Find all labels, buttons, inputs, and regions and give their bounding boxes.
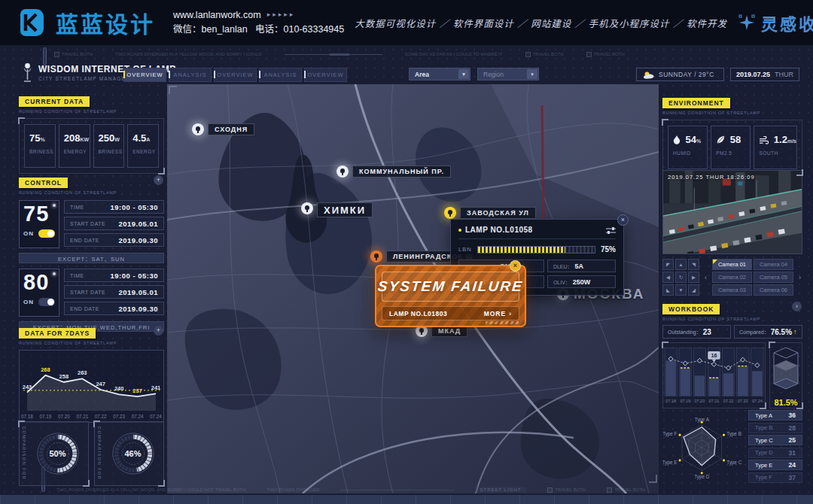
panel-environment: ENVIRONMENT RUNNING CONDITION OF STREETL… (662, 95, 802, 169)
svg-text:07.24: 07.24 (132, 414, 144, 419)
pan-left-button[interactable]: ◀ (662, 272, 674, 283)
panel-subtitle: RUNNING CONDITION OF STREETLAMP (19, 190, 164, 195)
svg-text:Type D: Type D (694, 474, 709, 480)
status-dot-icon (458, 229, 461, 232)
camera-04-button[interactable]: Camera 04 (754, 259, 793, 270)
schedule-row-end: END DATE2019.09.30 (64, 233, 164, 247)
next-cameras-button[interactable]: › (797, 265, 802, 290)
panel-workbook: WORKBOOK › RUNNING CONDITION OF STREETLA… (662, 301, 802, 405)
camera-02-button[interactable]: Camera 02 (712, 272, 752, 283)
tab-overview-2[interactable]: OVERVIEW (214, 68, 257, 82)
camera-view: 2019.07.25 THUR 18:26:09 (662, 170, 802, 254)
panel-label: ENVIRONMENT (662, 98, 730, 108)
brightness-level-box: 80 ON (19, 269, 59, 317)
pan-up-left-button[interactable]: ◤ (662, 259, 674, 270)
more-button[interactable]: MORE › (484, 310, 512, 317)
deco-checkbox: TRAVEL BOTH (54, 52, 93, 57)
svg-text:268: 268 (41, 366, 50, 373)
chevron-down-icon[interactable]: ▾ (458, 69, 469, 79)
deco-checkbox: TRAVEL BOTH (586, 52, 625, 57)
camera-01-button[interactable]: Camera 01 (712, 259, 752, 270)
type-f-row[interactable]: Type F37 (748, 472, 802, 483)
map-pin-leningradskoe[interactable]: ЛЕНИНГРАДСКОЕ Ш (370, 250, 382, 263)
deco-footer-strip: TWO ROADS DIVERGED IN A YELLOW WOOD, AND… (56, 487, 799, 493)
pin-label: КОММУНАЛЬНЫЙ ПР. (352, 165, 451, 178)
wind-icon (759, 136, 769, 144)
svg-text:07.18: 07.18 (21, 414, 33, 419)
prev-cameras-button[interactable]: ‹ (703, 265, 708, 290)
svg-text:16: 16 (711, 352, 717, 359)
workbook-more-button[interactable]: › (792, 302, 802, 311)
type-e-row[interactable]: Type E24 (748, 460, 802, 470)
power-toggle[interactable] (38, 298, 55, 306)
brand-name: 蓝蓝设计 (56, 6, 155, 39)
popup-stat-cell: OLIV：250W (547, 275, 616, 288)
svg-text:07.18: 07.18 (665, 399, 676, 403)
brightness-bar[interactable] (477, 246, 595, 254)
map-pin-kommunalny[interactable]: КОММУНАЛЬНЫЙ ПР. (336, 165, 349, 178)
close-icon[interactable]: × (617, 214, 629, 226)
pan-up-button[interactable]: ▲ (675, 259, 687, 270)
lamp-pin-icon (444, 207, 456, 219)
tab-analysis-2[interactable]: ANALYSIS (259, 68, 302, 82)
control-group-1: 75 ON TIME19:00 - 05:30 START DATE2019.0… (19, 200, 164, 248)
type-b-row[interactable]: Type B28 (748, 423, 802, 433)
svg-text:07.23: 07.23 (738, 399, 748, 403)
camera-06-button[interactable]: Camera 06 (754, 284, 793, 296)
lanlan-logo-icon (15, 8, 45, 38)
svg-text:Type F: Type F (662, 431, 677, 437)
panel-label: WORKBOOK (662, 304, 720, 314)
outstanding-stat: Outstanding：23 (662, 325, 731, 339)
tank-percent: 81.5% (774, 398, 797, 407)
svg-text:240: 240 (114, 385, 124, 392)
area-select[interactable]: Area ▾ (409, 68, 470, 80)
add-schedule-button[interactable]: + (154, 175, 163, 185)
weekday-value: THUR (775, 71, 793, 78)
pan-down-left-button[interactable]: ◣ (662, 284, 674, 296)
sun-cloud-icon (643, 71, 654, 79)
chevron-down-icon[interactable]: ▾ (527, 69, 537, 79)
failure-lamp-id: LAMP NO.L01803 (389, 310, 447, 317)
svg-text:237: 237 (132, 387, 142, 394)
env-pm25: 58 PM2.5 (711, 126, 751, 169)
panel-label: CURRENT DATA (19, 96, 90, 107)
on-label: ON (23, 230, 34, 237)
deco-checkbox: TRAVEL BOTH (607, 487, 645, 493)
svg-text:Type A: Type A (695, 417, 710, 423)
sliders-icon[interactable] (606, 226, 616, 234)
region-select[interactable]: Region ▾ (477, 68, 539, 80)
city-map[interactable]: СХОДНЯ КОММУНАЛЬНЫЙ ПР. ХИМКИ ЗАВОДСКАЯ … (167, 84, 659, 493)
tab-overview-1[interactable]: OVERVIEW (123, 68, 166, 82)
gauge-label: COMPARISON FOR (22, 427, 26, 480)
camera-03-button[interactable]: Camera 03 (712, 284, 752, 296)
svg-text:Type E: Type E (662, 460, 677, 466)
svg-text:241: 241 (151, 384, 161, 391)
type-a-row[interactable]: Type A36 (748, 410, 802, 421)
map-pin-khimki[interactable]: ХИМКИ (301, 202, 313, 214)
type-d-row[interactable]: Type D31 (748, 448, 802, 458)
map-pin-zavodskaya[interactable]: ЗАВОДСКАЯ УЛ (444, 207, 456, 219)
seven-days-chart: 24307.1826807.1925807.2026307.2124707.22… (19, 350, 164, 423)
streetlamp-icon (23, 62, 32, 83)
except-days-bar: EXCEPT：SAT、SUN (19, 253, 164, 263)
panel-camera: 2019.07.25 THUR 18:26:09 (662, 169, 802, 298)
bottom-bar (0, 495, 813, 504)
pan-up-right-button[interactable]: ◥ (688, 259, 699, 270)
svg-text:07.23: 07.23 (113, 414, 125, 419)
comparison-gauge-box: COMPARISON FOR 46% (94, 421, 164, 486)
camera-05-button[interactable]: Camera 05 (754, 272, 793, 283)
services-list: 大数据可视化设计 ／ 软件界面设计 ／ 网站建设 ／ 手机及小程序设计 ／ 软件… (355, 16, 727, 30)
type-c-row[interactable]: Type C25 (748, 435, 802, 445)
pan-down-right-button[interactable]: ◢ (688, 284, 699, 296)
tab-overview-3[interactable]: OVERVIEW (304, 68, 347, 82)
pan-right-button[interactable]: ▶ (688, 272, 699, 283)
bulb-icon (53, 204, 56, 207)
pin-label: СХОДНЯ (208, 123, 254, 135)
close-icon[interactable]: × (510, 260, 521, 272)
reset-view-button[interactable]: ↻ (675, 272, 687, 283)
tab-analysis-1[interactable]: ANALYSIS (169, 68, 212, 82)
power-toggle[interactable] (38, 229, 55, 238)
expand-chart-button[interactable]: + (154, 326, 163, 335)
pan-down-button[interactable]: ▼ (675, 284, 687, 296)
map-pin-skhodnya[interactable]: СХОДНЯ (192, 123, 204, 135)
